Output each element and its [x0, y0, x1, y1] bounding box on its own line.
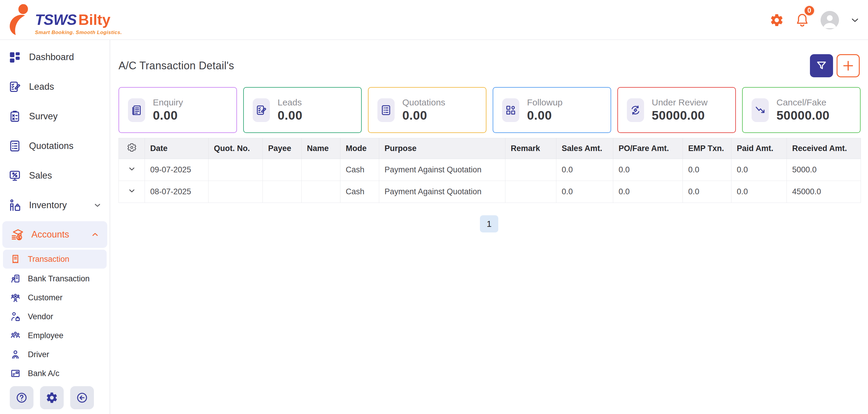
cell-date: 08-07-2025 [145, 181, 209, 203]
cell-quot-no [209, 181, 263, 203]
sidebar-item-leads[interactable]: Leads [0, 72, 110, 102]
accounts-finance-icon [11, 228, 24, 241]
cell-mode: Cash [340, 181, 379, 203]
sidebar-navigation: Dashboard Leads Survey [0, 40, 110, 414]
sidebar-subitem-label: Bank A/c [28, 369, 60, 378]
survey-clipboard-icon [8, 110, 21, 123]
stat-card-label: Leads [278, 97, 303, 107]
table-row: 08-07-2025 Cash Payment Against Quotatio… [119, 181, 861, 203]
sidebar-subitem-label: Customer [28, 293, 63, 302]
sidebar-subitem-transaction[interactable]: Transaction [3, 250, 107, 268]
table-header-row: Date Quot. No. Payee Name Mode Purpose R… [119, 138, 861, 159]
sidebar-item-label: Inventory [29, 200, 85, 211]
under-review-sync-gear-icon [627, 98, 644, 122]
brand-logo[interactable]: TSWS Bilty Smart Booking. Smooth Logisti… [6, 3, 122, 36]
collapse-sidebar-button[interactable] [70, 386, 94, 409]
sidebar-subitem-employee[interactable]: Employee [0, 326, 110, 345]
cell-date: 09-07-2025 [145, 159, 209, 181]
column-header: Purpose [379, 138, 505, 159]
settings-gear-icon[interactable] [770, 13, 784, 27]
column-header: Mode [340, 138, 379, 159]
main-content: A/C Transaction Detail's [110, 40, 868, 414]
sidebar-item-sales[interactable]: Sales [0, 161, 110, 190]
cell-paid-amt: 0.0 [732, 181, 787, 203]
sidebar-item-quotations[interactable]: Quotations [0, 131, 110, 161]
gear-icon [45, 391, 58, 404]
dashboard-grid-icon [8, 51, 21, 64]
row-expand-chevron-icon[interactable] [127, 164, 136, 173]
sidebar-item-dashboard[interactable]: Dashboard [0, 42, 110, 72]
sidebar-subitem-label: Vendor [28, 312, 53, 321]
brand-logo-icon [6, 3, 33, 36]
summary-cards: Enquiry 0.00 Leads 0.00 [119, 87, 861, 133]
column-settings-gear-icon[interactable] [127, 142, 137, 153]
sidebar-footer [0, 386, 110, 414]
question-circle-icon [16, 391, 28, 404]
column-header: PO/Fare Amt. [613, 138, 683, 159]
funnel-icon [815, 60, 828, 72]
customer-people-icon [10, 292, 21, 303]
sidebar-item-inventory[interactable]: Inventory [0, 190, 110, 220]
sidebar-item-survey[interactable]: Survey [0, 102, 110, 131]
cell-remark [505, 181, 556, 203]
accounts-submenu: Transaction Bank Transaction [0, 249, 110, 383]
filter-button[interactable] [810, 54, 833, 77]
sidebar-subitem-driver[interactable]: Driver [0, 345, 110, 364]
add-transaction-button[interactable] [837, 54, 860, 77]
stat-card-value: 0.00 [402, 108, 445, 123]
enquiry-document-icon [128, 98, 145, 122]
chevron-down-icon [93, 201, 102, 210]
stat-card-value: 0.00 [153, 108, 183, 123]
sidebar-item-label: Quotations [29, 141, 102, 151]
help-button[interactable] [10, 386, 33, 409]
brand-name-secondary: Bilty [78, 11, 110, 28]
sidebar-subitem-bank-transaction[interactable]: Bank Transaction [0, 269, 110, 288]
cell-paid-amt: 0.0 [732, 159, 787, 181]
employee-group-icon [10, 330, 21, 341]
stat-card-label: Followup [527, 97, 563, 107]
sidebar-subitem-label: Transaction [28, 255, 69, 264]
column-header: Payee [263, 138, 302, 159]
row-expand-chevron-icon[interactable] [127, 186, 136, 195]
stat-card-label: Quotations [402, 97, 445, 107]
top-header-bar: TSWS Bilty Smart Booking. Smooth Logisti… [0, 0, 868, 40]
pagination: 1 [110, 215, 868, 232]
cell-received-amt: 45000.0 [787, 181, 861, 203]
stat-card-quotations: Quotations 0.00 [368, 87, 487, 133]
cell-sales-amt: 0.0 [556, 181, 613, 203]
cell-purpose: Payment Against Quotation [379, 159, 505, 181]
cell-payee [263, 181, 302, 203]
user-menu-chevron-down-icon[interactable] [849, 15, 860, 26]
cell-payee [263, 159, 302, 181]
sidebar-item-label: Leads [29, 82, 102, 92]
column-header: Name [302, 138, 340, 159]
cell-received-amt: 5000.0 [787, 159, 861, 181]
stat-card-under-review: Under Review 50000.00 [617, 87, 736, 133]
notifications-bell-icon[interactable]: 0 [795, 12, 810, 28]
sidebar-subitem-vendor[interactable]: Vendor [0, 307, 110, 326]
user-avatar[interactable] [820, 11, 839, 29]
stat-card-leads: Leads 0.00 [243, 87, 362, 133]
sidebar-subitem-label: Employee [28, 331, 63, 340]
cell-emp-txn: 0.0 [683, 159, 732, 181]
column-header: EMP Txn. [683, 138, 732, 159]
cell-emp-txn: 0.0 [683, 181, 732, 203]
sidebar-item-label: Sales [29, 170, 102, 181]
plus-icon [842, 59, 855, 72]
sidebar-subitem-customer[interactable]: Customer [0, 288, 110, 307]
sidebar-settings-button[interactable] [40, 386, 64, 409]
quotations-list-icon [377, 98, 395, 122]
page-title: A/C Transaction Detail's [119, 60, 868, 72]
pagination-page-1-button[interactable]: 1 [480, 215, 498, 232]
inventory-person-box-icon [8, 199, 21, 212]
leads-clipboard-pencil-icon [253, 98, 270, 122]
cell-mode: Cash [340, 159, 379, 181]
sidebar-subitem-bank-ac[interactable]: Bank A/c [0, 364, 110, 383]
stat-card-value: 0.00 [527, 108, 563, 123]
sidebar-item-accounts[interactable]: Accounts [2, 221, 107, 248]
notification-count-badge: 0 [803, 5, 815, 17]
transaction-receipt-icon [10, 254, 21, 264]
stat-card-value: 0.00 [278, 108, 303, 123]
cell-purpose: Payment Against Quotation [379, 181, 505, 203]
cell-sales-amt: 0.0 [556, 159, 613, 181]
